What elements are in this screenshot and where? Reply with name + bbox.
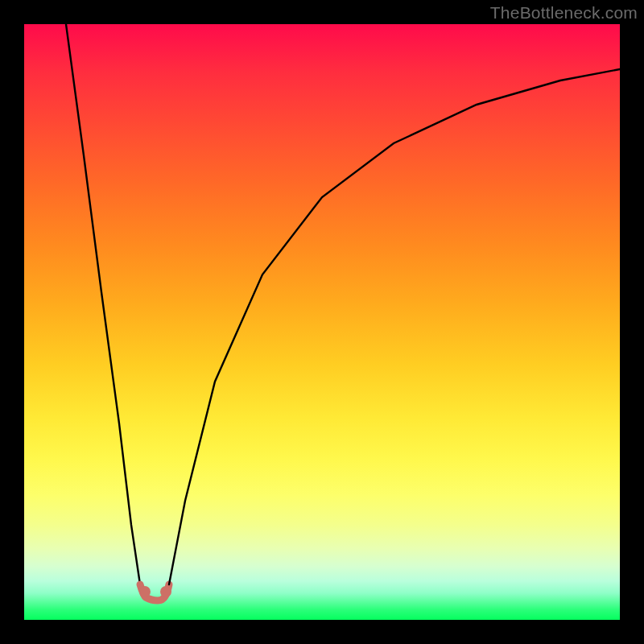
curve-left-branch [66, 24, 140, 584]
bottleneck-curve-svg [24, 24, 620, 620]
basin-node-right [160, 586, 171, 597]
outer-frame: TheBottleneck.com [0, 0, 644, 644]
plot-area [24, 24, 620, 620]
basin-node-left [139, 586, 151, 597]
curve-right-branch [169, 69, 620, 584]
watermark-text: TheBottleneck.com [490, 3, 638, 23]
